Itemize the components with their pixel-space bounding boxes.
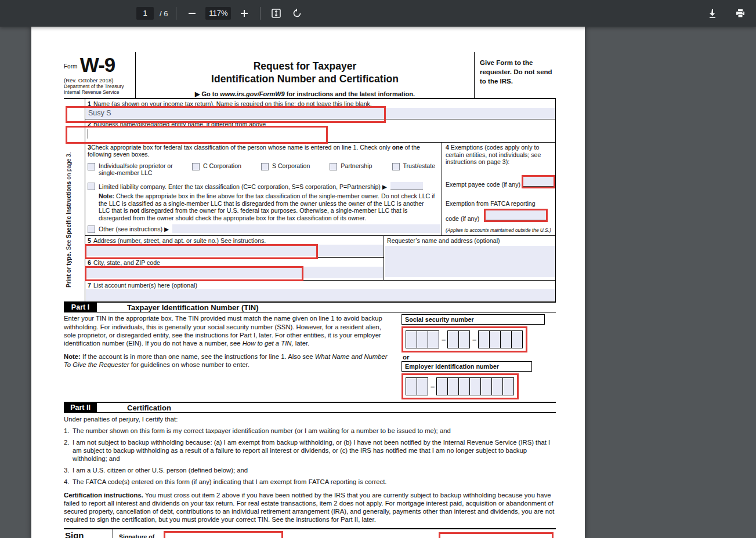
zoom-in-button[interactable] [237,6,252,21]
s-corporation-checkbox[interactable] [261,163,269,170]
ein-label: Employer identification number [401,361,532,372]
ssn-dash: – [439,335,448,344]
part2-body: Under penalties of perjury, I certify th… [64,413,556,524]
city-state-zip-input[interactable] [86,267,383,278]
ssn-boxes[interactable]: – – [406,330,523,348]
ein-digit-cell[interactable] [436,377,448,395]
ssn-digit-cell[interactable] [511,330,523,348]
print-icon [735,8,746,19]
c-corporation-checkbox[interactable] [192,163,200,170]
individual-checkbox[interactable] [88,163,95,170]
form-word: Form [64,63,77,70]
ssn-digit-cell[interactable] [406,330,417,348]
exempt-payee-input[interactable] [523,177,554,187]
llc-classification-input[interactable] [390,182,423,190]
ein-digit-cell[interactable] [480,377,492,395]
other-input[interactable] [172,224,440,233]
fatca-label-line1: Exemption from FATCA reporting [446,200,553,208]
sign-here-label: Sign Here [64,529,113,538]
ein-boxes[interactable]: – [406,377,514,395]
name-value: Susy S [86,108,555,117]
sign-here-row: Sign Here Signature of U.S. person ▶ Dat… [64,528,556,538]
ssn-digit-cell[interactable] [447,330,459,348]
line6-row: 6City, state, and ZIP code [85,258,384,280]
fatca-input[interactable] [486,210,546,220]
certify-intro: Under penalties of perjury, I certify th… [64,415,556,423]
print-or-type-label: Print or type. [66,252,72,288]
text-cursor [88,129,88,139]
partnership-checkbox[interactable] [330,163,337,170]
w9-form: Form W-9 (Rev. October 2018) Department … [31,27,585,538]
print-button[interactable] [733,6,748,21]
tax-classification-section: 3Check appropriate box for federal tax c… [85,143,442,235]
ein-digit-cell[interactable] [447,377,459,395]
signature-highlight-box [164,531,283,538]
date-input[interactable] [440,534,552,538]
line7-row: 7List account number(s) here (optional) [85,280,555,302]
ssn-digit-cell[interactable] [489,330,501,348]
name-input[interactable]: Susy S [86,108,555,119]
fit-to-page-button[interactable] [269,6,284,21]
signature-input[interactable] [165,533,281,538]
ein-highlight-box: – [401,373,519,399]
minus-icon [188,9,196,17]
line5-row: 5Address (number, street, and apt. or su… [85,236,384,258]
fit-to-page-icon [271,8,281,19]
address-input[interactable] [86,245,383,256]
zoom-out-button[interactable] [185,6,200,21]
see-instructions-label: See Specific Instructions on page 3. [66,152,72,250]
ein-digit-cell[interactable] [406,377,417,395]
ssn-digit-cell[interactable] [500,330,512,348]
toolbar-right-controls [705,0,748,27]
s-corporation-label: S Corporation [272,162,310,169]
ssn-digit-cell[interactable] [417,330,428,348]
give-form-note: Give Form to the requester. Do not send … [474,52,556,98]
ein-digit-cell[interactable] [491,377,503,395]
account-numbers-input[interactable] [86,289,555,301]
ein-digit-cell[interactable] [417,377,428,395]
ssn-digit-cell[interactable] [458,330,470,348]
trust-estate-checkbox[interactable] [392,163,400,170]
department-line: Department of the Treasury [64,83,133,89]
exemptions-section: 4 Exemptions (codes apply only to certai… [442,143,555,235]
other-option: Other (see instructions) ▶ [88,224,442,235]
rotate-button[interactable] [290,6,305,21]
download-button[interactable] [705,6,720,21]
line2-label: 2Business name/disregarded entity name, … [85,119,555,128]
requester-input[interactable] [385,246,555,277]
form-number: W-9 [80,53,115,76]
business-name-input[interactable] [86,128,555,141]
llc-checkbox[interactable] [88,183,95,190]
fatca-label-line2: code (if any) [446,215,479,223]
llc-note: Note: Check the appropriate box in the l… [99,192,436,221]
service-line: Internal Revenue Service [64,89,133,95]
page-number-input[interactable]: 1 [136,7,154,20]
line3-label: 3Check appropriate box for federal tax c… [88,144,442,158]
exempt-payee-label: Exempt payee code (if any) [446,181,520,188]
goto-suffix: for instructions and the latest informat… [285,90,415,97]
ssn-digit-cell[interactable] [428,330,439,348]
rotate-counterclockwise-icon [292,8,302,19]
toolbar-divider [176,7,176,20]
line4-label: 4 Exemptions (codes apply only to certai… [446,144,553,166]
goto-url: www.irs.gov/FormW9 [220,90,284,97]
part2-header: Part II Certification [64,402,556,413]
exempt-payee-highlight-box [522,175,555,188]
line1-label: 1Name (as shown on your income tax retur… [85,99,555,108]
part1-body: Enter your TIN in the appropriate box. T… [64,312,556,399]
ein-digit-cell[interactable] [502,377,514,395]
plus-icon [240,9,248,17]
zoom-level-input[interactable]: 117% [205,7,231,20]
ein-digit-cell[interactable] [469,377,481,395]
certify-item: 4.The FATCA code(s) entered on this form… [64,478,556,486]
other-checkbox[interactable] [88,226,95,233]
part2-title: Certification [127,404,171,412]
partnership-label: Partnership [341,162,372,169]
ein-digit-cell[interactable] [458,377,470,395]
pdf-page: Form W-9 (Rev. October 2018) Department … [31,27,585,538]
exempt-payee-line: Exempt payee code (if any) [446,175,553,188]
ssn-digit-cell[interactable] [478,330,490,348]
ein-dash: – [428,382,437,391]
form-header: Form W-9 (Rev. October 2018) Department … [64,52,556,99]
certify-item: 1.The number shown on this form is my co… [64,427,556,435]
